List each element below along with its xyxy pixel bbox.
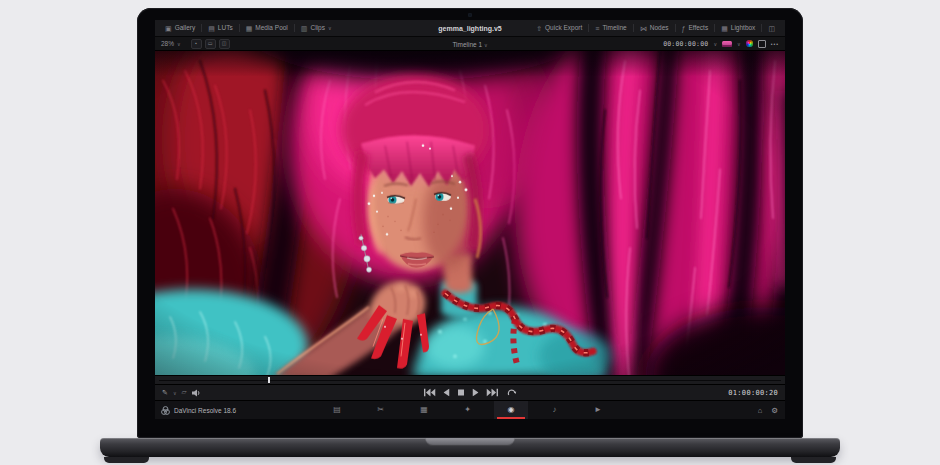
timeline-scrubber[interactable]: [155, 375, 785, 384]
chevron-down-icon: ∨: [484, 41, 488, 47]
viewer-tools: ✎ ∨ ▱: [162, 389, 201, 397]
deliver-page-icon: ►: [594, 406, 602, 414]
clips-label: Clips: [310, 25, 324, 32]
gallery-button[interactable]: ▣ Gallery: [159, 20, 201, 36]
davinci-resolve-logo: [161, 406, 170, 415]
page-fairlight[interactable]: ♪: [538, 401, 572, 419]
wipe-mode-button[interactable]: ▱: [182, 389, 187, 396]
annotation-pen-button[interactable]: ✎: [162, 389, 168, 396]
loop-button[interactable]: [507, 388, 517, 397]
effects-icon: ƒ: [682, 25, 686, 32]
timeline-label: Timeline: [602, 25, 626, 32]
toolbar-left-group: ▣ Gallery ▤ LUTs ▦ Media Pool: [159, 20, 338, 36]
home-icon[interactable]: ⌂: [758, 406, 763, 415]
more-options-button[interactable]: •••: [771, 41, 779, 47]
chevron-down-icon: ∨: [713, 41, 717, 47]
skip-to-start-button[interactable]: [424, 389, 436, 397]
color-wheel-icon[interactable]: [746, 40, 753, 47]
viewer-bar: 28% ∨ ▪ ▭ ◫ Timeline 1 ∨ 00:00:00:00 ∨ ∨: [155, 37, 785, 51]
clips-button[interactable]: ▥ Clips ∨: [295, 20, 338, 36]
step-back-button[interactable]: [444, 389, 450, 397]
play-button[interactable]: [473, 389, 479, 397]
viewer-toggle-1[interactable]: ▪: [191, 39, 202, 49]
page-bar: DaVinci Resolve 18.6 ▤ ✂ ▦ ✦ ◉ ♪ ► ⌂: [155, 400, 785, 419]
nodes-label: Nodes: [650, 25, 669, 32]
viewer-canvas: [155, 51, 785, 375]
color-page-icon: ◉: [508, 406, 515, 414]
top-toolbar: ▣ Gallery ▤ LUTs ▦ Media Pool: [155, 20, 785, 37]
transport-controls: [424, 388, 517, 397]
viewer-right-controls: 00:00:00:00 ∨ ∨ •••: [663, 40, 779, 48]
page-media[interactable]: ▤: [320, 401, 354, 419]
media-pool-button[interactable]: ▦ Media Pool: [240, 20, 294, 36]
expand-icon[interactable]: [758, 40, 766, 48]
cut-page-icon: ✂: [377, 406, 384, 414]
effects-button[interactable]: ƒ Effects: [676, 20, 715, 36]
edit-page-icon: ▦: [420, 406, 428, 414]
page-fusion[interactable]: ✦: [451, 401, 485, 419]
current-timecode: 01:00:00:20: [728, 389, 778, 397]
page-edit[interactable]: ▦: [407, 401, 441, 419]
panel-toggle-button[interactable]: ◫: [762, 20, 781, 36]
lightbox-button[interactable]: ▦ Lightbox: [715, 20, 761, 36]
gear-icon[interactable]: ⚙: [771, 406, 778, 415]
clips-icon: ▥: [301, 25, 308, 32]
app-brand: DaVinci Resolve 18.6: [161, 401, 236, 419]
page-color[interactable]: ◉: [494, 401, 528, 419]
viewer-toggle-3[interactable]: ◫: [219, 39, 230, 49]
nodes-button[interactable]: ⋈ Nodes: [634, 20, 675, 36]
media-pool-icon: ▦: [246, 25, 253, 32]
viewer-toggle-2[interactable]: ▭: [205, 39, 216, 49]
timeline-icon: ≡: [595, 25, 599, 32]
gallery-icon: ▣: [165, 25, 172, 32]
luts-icon: ▤: [208, 25, 215, 32]
audio-mute-button[interactable]: [192, 389, 201, 397]
laptop-foot-left: [104, 457, 149, 463]
quick-export-button[interactable]: ⇧ Quick Export: [530, 20, 588, 36]
quick-export-icon: ⇧: [536, 25, 542, 32]
timeline-button[interactable]: ≡ Timeline: [589, 20, 632, 36]
stop-button[interactable]: [458, 389, 465, 397]
fairlight-page-icon: ♪: [553, 406, 557, 414]
laptop-lid-scoop: [425, 438, 515, 446]
pagebar-right-icons: ⌂ ⚙: [758, 401, 778, 419]
laptop-base: [100, 438, 840, 457]
quick-export-label: Quick Export: [545, 25, 582, 32]
chevron-down-icon: ∨: [737, 41, 741, 47]
active-page-underline: [497, 417, 525, 419]
timeline-name: Timeline 1: [452, 40, 482, 47]
viewer-timecode[interactable]: 00:00:00:00: [663, 40, 708, 48]
playhead[interactable]: [268, 377, 270, 383]
luts-button[interactable]: ▤ LUTs: [202, 20, 238, 36]
timeline-selector[interactable]: Timeline 1 ∨: [452, 40, 487, 47]
project-title: gemma_lighting.v5: [438, 25, 501, 32]
lightbox-label: Lightbox: [731, 25, 756, 32]
desktop-background: ▣ Gallery ▤ LUTs ▦ Media Pool: [0, 0, 940, 465]
effects-label: Effects: [688, 25, 708, 32]
transport-bar: ✎ ∨ ▱: [155, 384, 785, 400]
skip-to-end-button[interactable]: [487, 389, 499, 397]
laptop-foot-right: [791, 457, 836, 463]
chevron-down-icon: ∨: [173, 390, 177, 396]
zoom-level-select[interactable]: 28%: [161, 40, 174, 47]
viewer-image: [155, 51, 785, 375]
viewer-left-controls: 28% ∨ ▪ ▭ ◫: [161, 39, 230, 49]
scrubber-track: [159, 380, 781, 382]
media-pool-label: Media Pool: [255, 25, 288, 32]
page-deliver[interactable]: ►: [581, 401, 615, 419]
app-version-label: DaVinci Resolve 18.6: [174, 407, 236, 414]
fusion-page-icon: ✦: [464, 406, 471, 414]
gallery-label: Gallery: [175, 25, 196, 32]
lightbox-icon: ▦: [721, 25, 728, 32]
chevron-down-icon: ∨: [177, 41, 181, 47]
laptop-screen-area: ▣ Gallery ▤ LUTs ▦ Media Pool: [137, 8, 803, 438]
page-switcher: ▤ ✂ ▦ ✦ ◉ ♪ ►: [320, 401, 615, 419]
page-cut[interactable]: ✂: [364, 401, 398, 419]
nodes-icon: ⋈: [640, 25, 647, 32]
luts-label: LUTs: [218, 25, 233, 32]
davinci-resolve-window: ▣ Gallery ▤ LUTs ▦ Media Pool: [155, 20, 785, 419]
toolbar-right-group: ⇧ Quick Export ≡ Timeline ⋈ Nodes: [530, 20, 781, 36]
chevron-down-icon: ∨: [328, 25, 332, 31]
scopes-icon[interactable]: [722, 41, 732, 47]
panel-icon: ◫: [768, 25, 775, 32]
